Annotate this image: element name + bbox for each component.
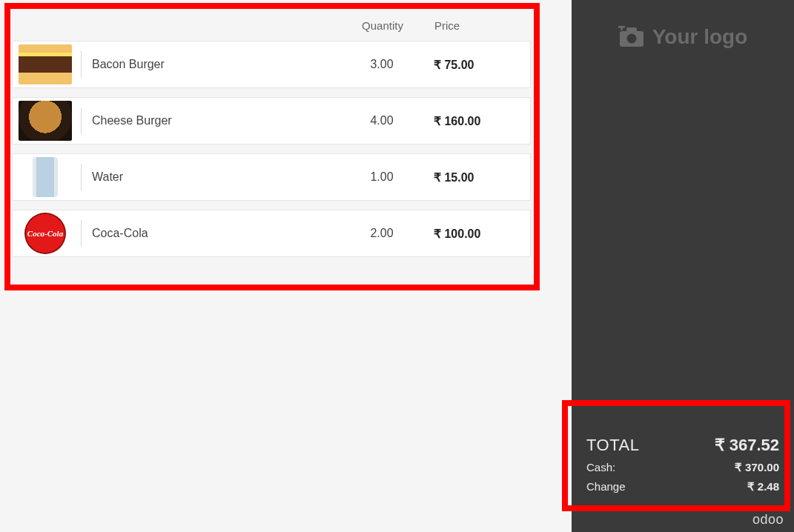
order-header-row: Quantity Price	[12, 12, 531, 41]
product-name: Bacon Burger	[92, 58, 330, 71]
product-price: ₹ 75.00	[434, 58, 523, 72]
product-quantity: 1.00	[330, 170, 434, 184]
product-price: ₹ 160.00	[434, 114, 523, 128]
product-name: Coca-Cola	[92, 227, 330, 240]
logo-placeholder-text: Your logo	[652, 25, 748, 49]
cash-label: Cash:	[586, 461, 615, 473]
header-price: Price	[434, 19, 531, 32]
svg-rect-1	[626, 27, 637, 33]
order-line[interactable]: Water1.00₹ 15.00	[12, 153, 531, 201]
brand-label: odoo	[752, 512, 784, 528]
change-label: Change	[586, 480, 626, 493]
divider	[81, 164, 82, 190]
logo-placeholder[interactable]: Your logo	[572, 0, 794, 56]
product-price: ₹ 15.00	[434, 170, 523, 184]
divider	[81, 220, 82, 247]
product-quantity: 4.00	[330, 114, 434, 127]
change-value: ₹ 2.48	[747, 480, 779, 493]
header-quantity: Quantity	[331, 19, 434, 32]
camera-plus-icon	[618, 26, 645, 48]
product-name: Cheese Burger	[92, 114, 330, 127]
product-price: ₹ 100.00	[434, 227, 523, 241]
svg-point-2	[626, 34, 636, 44]
product-quantity: 2.00	[330, 227, 434, 240]
svg-rect-4	[621, 26, 623, 30]
order-items-panel: Quantity Price Bacon Burger3.00₹ 75.00Ch…	[12, 12, 531, 257]
total-label: TOTAL	[586, 436, 639, 455]
product-thumbnail	[16, 156, 75, 198]
order-line[interactable]: Cheese Burger4.00₹ 160.00	[12, 97, 531, 144]
divider	[81, 51, 82, 78]
cash-value: ₹ 370.00	[735, 461, 779, 474]
total-value: ₹ 367.52	[715, 436, 779, 455]
order-line[interactable]: Coca-ColaCoca-Cola2.00₹ 100.00	[12, 210, 531, 257]
product-thumbnail	[16, 44, 75, 85]
product-thumbnail: Coca-Cola	[16, 213, 75, 254]
summary-sidebar: Your logo TOTAL ₹ 367.52 Cash: ₹ 370.00 …	[572, 0, 794, 532]
order-line[interactable]: Bacon Burger3.00₹ 75.00	[12, 41, 531, 88]
product-thumbnail	[16, 100, 75, 142]
product-quantity: 3.00	[330, 58, 434, 71]
divider	[81, 107, 82, 134]
product-name: Water	[92, 170, 330, 184]
